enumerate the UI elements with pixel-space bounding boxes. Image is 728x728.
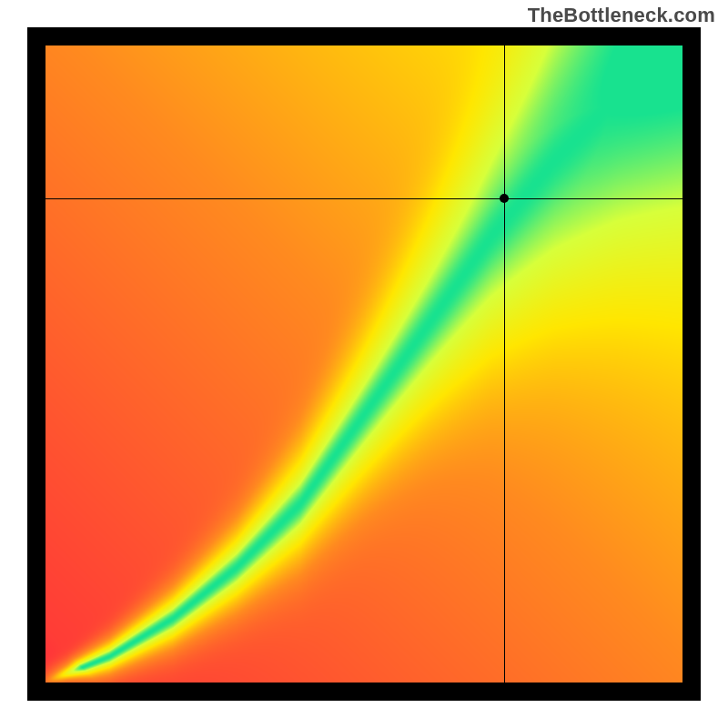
plot-frame xyxy=(27,27,701,701)
plot-area xyxy=(46,46,682,682)
crosshair-vertical xyxy=(504,46,505,682)
heatmap-canvas xyxy=(46,46,682,682)
marker-dot xyxy=(500,194,509,203)
watermark-label: TheBottleneck.com xyxy=(528,4,715,27)
chart-container: TheBottleneck.com xyxy=(0,0,728,728)
crosshair-horizontal xyxy=(46,198,682,199)
